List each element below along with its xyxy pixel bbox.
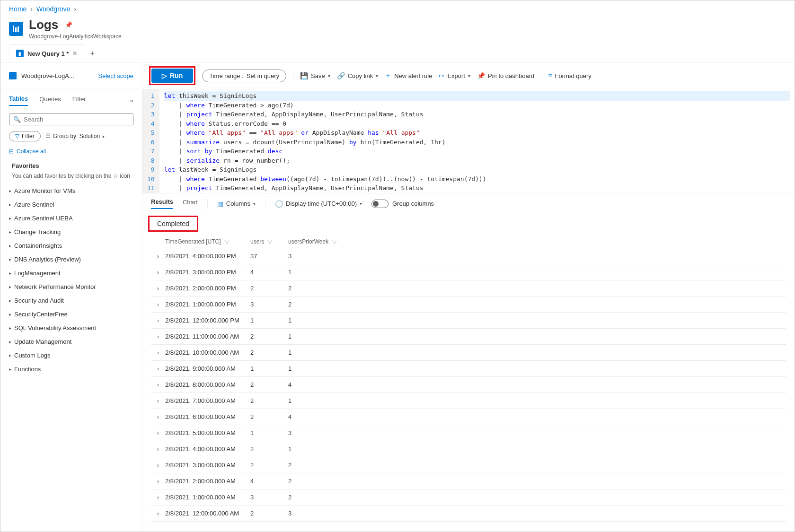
cell-users: 4 — [250, 269, 288, 276]
expand-icon[interactable]: › — [151, 381, 165, 388]
filter-icon[interactable]: ▽ — [268, 238, 272, 245]
table-row[interactable]: ›2/8/2021, 2:00:00.000 PM22 — [151, 280, 786, 297]
expand-icon[interactable]: › — [151, 301, 165, 308]
tree-item[interactable]: ▸Security and Audit — [0, 294, 142, 307]
table-row[interactable]: ›2/8/2021, 4:00:00.000 PM373 — [151, 248, 786, 264]
tree-item[interactable]: ▸Azure Sentinel — [0, 198, 142, 211]
select-scope-link[interactable]: Select scope — [98, 72, 133, 79]
table-row[interactable]: ›2/8/2021, 9:00:00.000 AM11 — [151, 361, 786, 377]
collapse-all-link[interactable]: ⊟Collapse all — [0, 144, 142, 158]
tree-item[interactable]: ▸SecurityCenterFree — [0, 307, 142, 321]
expand-icon[interactable]: › — [151, 269, 165, 276]
sidebar-tab-queries[interactable]: Queries — [39, 96, 61, 105]
expand-icon[interactable]: › — [151, 413, 165, 420]
expand-icon[interactable]: › — [151, 478, 165, 485]
search-input[interactable] — [24, 116, 129, 123]
breadcrumb-home[interactable]: Home — [9, 5, 26, 13]
columns-label: Columns — [226, 200, 250, 207]
query-editor[interactable]: 1234567891011 let thisWeek = SigninLogs … — [142, 89, 795, 193]
cell-time: 2/8/2021, 12:00:00.000 PM — [165, 317, 250, 324]
display-time-button[interactable]: 🕒Display time (UTC+00:00)▾ — [275, 200, 362, 208]
table-row[interactable]: ›2/8/2021, 6:00:00.000 AM24 — [151, 409, 786, 425]
scope-selector[interactable]: Woodgrove-LogA... Select scope — [0, 62, 142, 89]
collapse-sidebar-icon[interactable]: « — [130, 97, 133, 104]
tree-item[interactable]: ▸DNS Analytics (Preview) — [0, 253, 142, 266]
group-columns-label: Group columns — [392, 200, 434, 207]
tree-item[interactable]: ▸ContainerInsights — [0, 239, 142, 253]
editor-gutter: 1234567891011 — [142, 89, 159, 193]
table-row[interactable]: ›2/8/2021, 1:00:00.000 PM32 — [151, 297, 786, 313]
tree-item[interactable]: ▸Azure Monitor for VMs — [0, 184, 142, 198]
expand-icon[interactable]: › — [151, 253, 165, 260]
expand-icon[interactable]: › — [151, 365, 165, 372]
table-row[interactable]: ›2/8/2021, 4:00:00.000 AM21 — [151, 441, 786, 457]
expand-icon[interactable]: › — [151, 317, 165, 324]
col-time[interactable]: TimeGenerated [UTC] — [165, 238, 221, 245]
format-query-button[interactable]: ≡Format query — [548, 72, 591, 79]
tree-item[interactable]: ▸Functions — [0, 362, 142, 376]
expand-icon[interactable]: › — [151, 397, 165, 404]
table-row[interactable]: ›2/8/2021, 3:00:00.000 AM22 — [151, 457, 786, 473]
table-row[interactable]: ›2/8/2021, 8:00:00.000 AM24 — [151, 377, 786, 393]
cell-time: 2/8/2021, 1:00:00.000 AM — [165, 494, 250, 501]
table-row[interactable]: ›2/8/2021, 11:00:00.000 AM21 — [151, 329, 786, 345]
filter-icon[interactable]: ▽ — [332, 238, 336, 245]
expand-icon[interactable]: › — [151, 462, 165, 469]
copy-link-button[interactable]: 🔗Copy link▾ — [337, 72, 378, 79]
cell-users: 2 — [250, 462, 288, 469]
table-row[interactable]: ›2/8/2021, 7:00:00.000 AM21 — [151, 393, 786, 409]
tree-item[interactable]: ▸Change Tracking — [0, 225, 142, 239]
expand-icon[interactable]: › — [151, 333, 165, 340]
tree-item[interactable]: ▸LogManagement — [0, 266, 142, 280]
sidebar-tab-filter[interactable]: Filter — [72, 96, 86, 105]
time-range-pill[interactable]: Time range : Set in query — [202, 70, 286, 82]
tree-item[interactable]: ▸Update Management — [0, 335, 142, 349]
query-tab-1[interactable]: ▮ New Query 1 * ✕ — [9, 44, 84, 62]
filter-icon[interactable]: ▽ — [225, 238, 229, 245]
pin-dashboard-button[interactable]: 📌Pin to dashboard — [477, 72, 534, 79]
run-button[interactable]: ▷ Run — [151, 69, 193, 83]
table-row[interactable]: ›2/8/2021, 5:00:00.000 AM13 — [151, 425, 786, 441]
table-row[interactable]: ›2/8/2021, 2:00:00.000 AM42 — [151, 473, 786, 489]
filter-button[interactable]: ▽Filter — [9, 131, 41, 141]
close-icon[interactable]: ✕ — [72, 50, 77, 57]
col-users[interactable]: users — [250, 238, 264, 245]
table-row[interactable]: ›2/8/2021, 1:00:00.000 AM32 — [151, 489, 786, 506]
new-tab-button[interactable]: + — [86, 45, 98, 61]
chevron-down-icon: ▾ — [328, 73, 330, 78]
export-button[interactable]: ↦Export▾ — [439, 72, 470, 79]
pin-icon[interactable]: 📌 — [65, 21, 72, 28]
chart-tab[interactable]: Chart — [183, 199, 198, 209]
breadcrumb-workspace[interactable]: Woodgrove — [36, 5, 70, 13]
group-columns-toggle[interactable]: Group columns — [371, 200, 434, 208]
tree-item[interactable]: ▸SQL Vulnerability Assessment — [0, 321, 142, 335]
search-input-wrap[interactable]: 🔍 — [9, 113, 133, 125]
table-row[interactable]: ›2/8/2021, 3:00:00.000 PM41 — [151, 264, 786, 280]
expand-icon[interactable]: › — [151, 445, 165, 453]
table-row[interactable]: ›2/8/2021, 10:00:00.000 AM21 — [151, 345, 786, 361]
col-prior[interactable]: usersPriorWeek — [288, 238, 328, 245]
table-row[interactable]: ›2/8/2021, 12:00:00.000 AM23 — [151, 506, 786, 522]
tree-item[interactable]: ▸Custom Logs — [0, 349, 142, 362]
toggle-icon[interactable] — [371, 200, 389, 208]
expand-icon[interactable]: › — [151, 285, 165, 292]
groupby-dropdown[interactable]: ☰Group by: Solution▾ — [45, 133, 105, 140]
table-row[interactable]: ›2/8/2021, 12:00:00.000 PM11 — [151, 313, 786, 329]
workspace-icon — [9, 72, 17, 79]
divider — [207, 199, 208, 209]
new-alert-button[interactable]: ＋New alert rule — [385, 71, 432, 80]
tree-item[interactable]: ▸Azure Sentinel UEBA — [0, 211, 142, 225]
cell-users: 2 — [250, 445, 288, 453]
cell-prior: 3 — [288, 429, 345, 436]
expand-icon[interactable]: › — [151, 429, 165, 436]
results-tab[interactable]: Results — [151, 198, 173, 209]
columns-button[interactable]: ▥Columns▾ — [217, 200, 256, 208]
save-button[interactable]: 💾Save▾ — [300, 72, 330, 79]
expand-icon[interactable]: › — [151, 349, 165, 356]
tree-item[interactable]: ▸Network Performance Monitor — [0, 280, 142, 294]
editor-code[interactable]: let thisWeek = SigninLogs | where TimeGe… — [159, 89, 795, 193]
sidebar-tab-tables[interactable]: Tables — [9, 95, 28, 106]
tree-item-label: LogManagement — [14, 270, 61, 277]
expand-icon[interactable]: › — [151, 510, 165, 517]
expand-icon[interactable]: › — [151, 494, 165, 501]
